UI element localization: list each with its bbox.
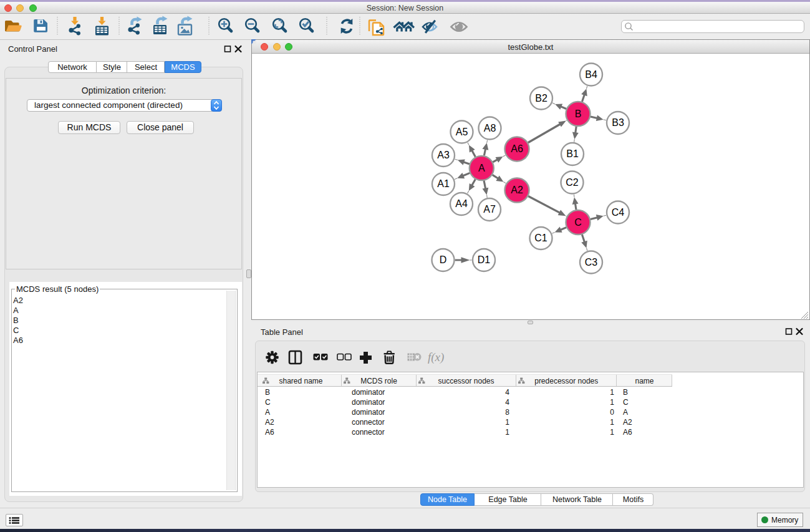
svg-text:B3: B3 <box>612 117 624 128</box>
svg-text:A4: A4 <box>455 198 468 209</box>
svg-text:A: A <box>478 163 485 173</box>
svg-text:B4: B4 <box>585 69 597 80</box>
svg-text:C4: C4 <box>612 207 625 218</box>
svg-text:D1: D1 <box>478 254 491 265</box>
svg-text:B1: B1 <box>566 148 579 159</box>
svg-text:D: D <box>440 254 447 265</box>
svg-text:f(x): f(x) <box>428 351 444 364</box>
svg-text:C2: C2 <box>566 177 579 188</box>
svg-text:B2: B2 <box>535 93 547 104</box>
svg-text:A1: A1 <box>437 178 450 189</box>
svg-text:A6: A6 <box>511 143 523 154</box>
svg-text:A3: A3 <box>437 150 450 160</box>
svg-text:A8: A8 <box>484 123 496 133</box>
svg-text:A2: A2 <box>511 185 523 195</box>
svg-text:C: C <box>574 217 582 228</box>
svg-text:B: B <box>575 109 582 119</box>
svg-text:A5: A5 <box>456 127 468 137</box>
svg-text:A7: A7 <box>483 204 496 215</box>
svg-text:C3: C3 <box>585 257 598 268</box>
svg-text:C1: C1 <box>534 233 547 243</box>
